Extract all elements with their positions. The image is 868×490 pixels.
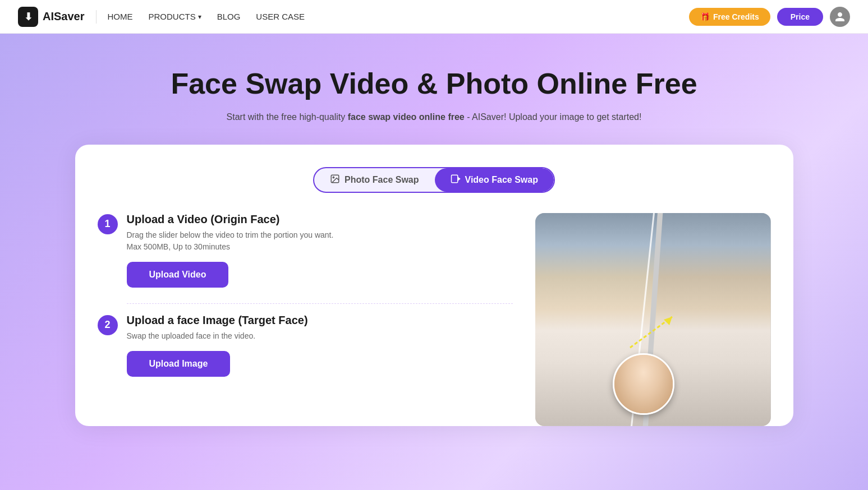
step-1-desc2: Max 500MB, Up to 30minutes (127, 241, 334, 253)
step-2-content: Upload a face Image (Target Face) Swap t… (127, 314, 308, 377)
small-face-thumbnail (613, 353, 674, 415)
upload-video-button[interactable]: Upload Video (127, 262, 229, 288)
avatar[interactable] (830, 7, 850, 27)
svg-marker-3 (457, 177, 460, 181)
step-2-number: 2 (98, 315, 118, 335)
step-1-desc1: Drag the slider below the video to trim … (127, 229, 334, 241)
step-1-content: Upload a Video (Origin Face) Drag the sl… (127, 213, 334, 288)
subtitle-end: - AISaver! Upload your image to get star… (465, 112, 642, 122)
tab-container: Photo Face Swap Video Face Swap (313, 167, 555, 193)
svg-rect-2 (451, 175, 457, 183)
content-area: 1 Upload a Video (Origin Face) Drag the … (98, 213, 771, 426)
photo-icon (330, 174, 340, 186)
step-2-desc: Swap the uploaded face in the video. (127, 330, 308, 342)
nav-products-label: PRODUCTS (149, 12, 196, 21)
free-credits-button[interactable]: 🎁 Free Credits (689, 8, 770, 26)
hero-title: Face Swap Video & Photo Online Free (18, 67, 850, 101)
face-fill (614, 355, 673, 413)
navbar: ⬇ AISaver HOME PRODUCTS ▾ BLOG USER CASE… (0, 0, 868, 34)
svg-point-1 (333, 177, 334, 178)
nav-products[interactable]: PRODUCTS ▾ (149, 12, 201, 21)
brand-logo[interactable]: ⬇ AISaver (18, 7, 85, 27)
nav-links: HOME PRODUCTS ▾ BLOG USER CASE (108, 12, 305, 22)
tab-video-label: Video Face Swap (465, 175, 538, 185)
tabs-row: Photo Face Swap Video Face Swap (98, 167, 771, 193)
upload-image-button[interactable]: Upload Image (127, 351, 231, 377)
step-divider (127, 303, 513, 304)
hero-section: Face Swap Video & Photo Online Free Star… (0, 34, 868, 490)
step-2: 2 Upload a face Image (Target Face) Swap… (98, 314, 513, 377)
logo-symbol: ⬇ (24, 11, 33, 23)
chevron-down-icon: ▾ (198, 13, 201, 21)
svg-marker-5 (664, 317, 672, 325)
main-card: Photo Face Swap Video Face Swap (75, 145, 793, 426)
brand-name: AISaver (43, 10, 85, 23)
arrow-overlay (624, 308, 681, 353)
tab-photo-face-swap[interactable]: Photo Face Swap (314, 168, 434, 192)
step-1-title: Upload a Video (Origin Face) (127, 213, 334, 226)
tab-video-face-swap[interactable]: Video Face Swap (435, 168, 554, 192)
nav-right: 🎁 Free Credits Price (689, 7, 850, 27)
free-credits-label: Free Credits (713, 12, 759, 21)
nav-user-case[interactable]: USER CASE (256, 12, 305, 21)
nav-blog[interactable]: BLOG (217, 12, 241, 21)
demo-image (535, 213, 771, 426)
hero-subtitle: Start with the free high-quality face sw… (18, 112, 850, 122)
price-button[interactable]: Price (777, 8, 823, 26)
step-1: 1 Upload a Video (Origin Face) Drag the … (98, 213, 513, 288)
video-icon (451, 174, 461, 186)
step-2-title: Upload a face Image (Target Face) (127, 314, 308, 327)
nav-home[interactable]: HOME (108, 12, 133, 21)
gift-icon: 🎁 (700, 12, 710, 21)
step-1-number: 1 (98, 214, 118, 234)
steps-panel: 1 Upload a Video (Origin Face) Drag the … (98, 213, 513, 415)
subtitle-bold: face swap video online free (348, 112, 465, 122)
demo-image-panel (535, 213, 771, 426)
nav-divider (96, 10, 97, 24)
logo-icon: ⬇ (18, 7, 38, 27)
tab-photo-label: Photo Face Swap (345, 175, 419, 185)
subtitle-start: Start with the free high-quality (227, 112, 348, 122)
